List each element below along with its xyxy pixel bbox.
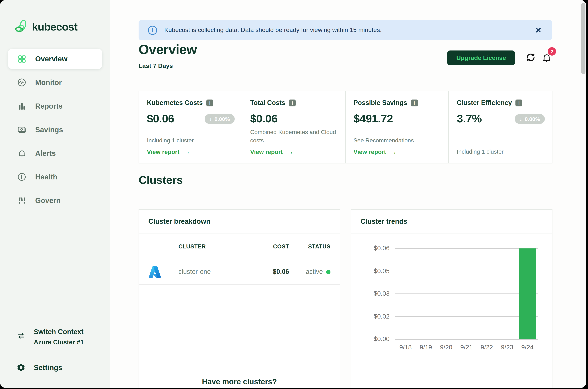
bar-9/24 [519, 248, 536, 339]
status-dot-active [326, 270, 331, 274]
sidebar-item-label: Reports [35, 102, 63, 110]
settings-label: Settings [34, 363, 62, 372]
sidebar-item-label: Govern [35, 196, 60, 205]
bar-slot [395, 248, 416, 339]
banknote-icon [17, 125, 27, 134]
clusters-section-heading: Clusters [139, 174, 183, 187]
app-window: kubecost Overview Monitor [0, 0, 586, 388]
close-icon[interactable]: × [535, 25, 541, 35]
have-more-clusters-link[interactable]: Have more clusters? [139, 367, 340, 386]
sidebar-item-alerts[interactable]: Alerts [8, 143, 102, 163]
refresh-icon[interactable] [525, 52, 536, 63]
switch-context-cluster: Azure Cluster #1 [34, 338, 84, 346]
info-icon[interactable]: i [206, 99, 213, 106]
sidebar-item-monitor[interactable]: Monitor [8, 72, 102, 93]
delta-pill: ↓ 0.00% [515, 114, 545, 124]
view-report-link[interactable]: View report → [147, 148, 190, 156]
cluster-trends-title: Cluster trends [351, 210, 552, 234]
x-tick-label: 9/24 [517, 344, 538, 351]
date-range-label: Last 7 Days [139, 63, 173, 70]
cell-cluster-name: cluster-one [171, 268, 251, 276]
alert-circle-icon [17, 172, 27, 182]
down-arrow-icon: ↓ [519, 116, 522, 122]
sidebar-item-label: Savings [35, 126, 63, 134]
switch-context-button[interactable]: Switch Context Azure Cluster #1 [16, 328, 84, 346]
stat-value: 3.7% [457, 112, 482, 125]
right-arrow-icon: → [390, 148, 397, 156]
stat-subtext: Combined Kubernetes and Cloud costs [250, 128, 338, 145]
y-tick-label: $0.06 [351, 244, 390, 252]
scrollbar-thumb[interactable] [581, 3, 586, 74]
stat-cards-row: Kubernetes Costs i $0.06 ↓ 0.00% Includi… [139, 91, 553, 163]
bar-slot [477, 248, 497, 339]
cell-cost: $0.06 [251, 268, 295, 276]
sidebar-item-label: Health [35, 173, 57, 181]
sidebar-item-govern[interactable]: Govern [8, 190, 102, 211]
stat-value: $0.06 [147, 112, 174, 125]
sidebar-item-label: Overview [35, 55, 67, 63]
sidebar-item-label: Alerts [35, 149, 56, 158]
sidebar-item-reports[interactable]: Reports [8, 96, 102, 116]
bar-slot [497, 248, 517, 339]
x-axis-labels: 9/189/199/209/219/229/239/24 [395, 344, 538, 351]
y-tick-label: $0.00 [351, 335, 390, 343]
azure-logo-icon [148, 265, 161, 278]
settings-button[interactable]: Settings [16, 363, 62, 372]
cell-status: active [295, 268, 340, 276]
x-tick-label: 9/23 [497, 344, 517, 351]
stat-title: Kubernetes Costs [147, 99, 203, 107]
stat-title: Total Costs [250, 99, 285, 107]
grid-icon [17, 54, 27, 64]
column-header-cluster: CLUSTER [171, 243, 251, 250]
sidebar: kubecost Overview Monitor [0, 0, 110, 388]
column-header-cost: COST [251, 243, 295, 250]
bar-slot [416, 248, 436, 339]
table-header-row: CLUSTER COST STATUS [139, 234, 340, 259]
down-arrow-icon: ↓ [209, 116, 212, 122]
x-tick-label: 9/18 [395, 344, 416, 351]
banner-message: Kubecost is collecting data. Data should… [164, 27, 535, 34]
y-axis-labels: $0.00$0.02$0.03$0.05$0.06 [351, 248, 390, 339]
gear-icon [16, 363, 26, 372]
govern-barrier-icon [17, 196, 27, 205]
kubecost-logo-icon [15, 20, 28, 34]
stat-title: Possible Savings [354, 99, 407, 107]
bar-slot [436, 248, 456, 339]
vertical-scrollbar [580, 0, 586, 388]
stat-card-kubernetes-costs: Kubernetes Costs i $0.06 ↓ 0.00% Includi… [139, 91, 242, 163]
stat-subtext: See Recommendations [354, 136, 441, 145]
kubecost-logo[interactable]: kubecost [15, 20, 78, 34]
x-tick-label: 9/20 [436, 344, 456, 351]
stat-value: $491.72 [354, 112, 393, 125]
sidebar-item-health[interactable]: Health [8, 167, 102, 187]
chart-plot [395, 248, 538, 339]
stat-subtext: Including 1 cluster [147, 136, 235, 145]
stat-value: $0.06 [250, 112, 278, 125]
info-icon[interactable]: i [411, 99, 418, 106]
sidebar-item-overview[interactable]: Overview [8, 49, 102, 69]
stage: kubecost Overview Monitor [0, 0, 588, 389]
info-circle-icon: i [148, 26, 157, 35]
upgrade-license-button[interactable]: Upgrade License [447, 51, 515, 65]
stat-title: Cluster Efficiency [457, 99, 512, 107]
stat-card-possible-savings: Possible Savings i $491.72 See Recommend… [345, 91, 449, 163]
info-icon[interactable]: i [289, 99, 296, 106]
right-arrow-icon: → [183, 148, 190, 156]
table-empty-space [139, 285, 340, 367]
brand-name: kubecost [32, 21, 78, 33]
bar-slot [517, 248, 538, 339]
sidebar-item-savings[interactable]: Savings [8, 120, 102, 140]
delta-pill: ↓ 0.00% [204, 114, 234, 124]
page-title: Overview [139, 42, 197, 57]
delta-value: 0.00% [214, 116, 230, 122]
sidebar-item-label: Monitor [35, 78, 62, 87]
view-report-link[interactable]: View report → [250, 148, 294, 156]
chart-bars [395, 248, 538, 339]
cluster-breakdown-title: Cluster breakdown [139, 210, 340, 234]
table-row-cluster-one[interactable]: cluster-one $0.06 active [139, 259, 340, 285]
view-report-link[interactable]: View report → [354, 148, 397, 156]
stat-subtext: Including 1 cluster [457, 148, 545, 156]
cluster-breakdown-panel: Cluster breakdown CLUSTER COST STATUS [139, 209, 340, 388]
info-icon[interactable]: i [516, 99, 523, 106]
switch-context-title: Switch Context [34, 328, 84, 336]
